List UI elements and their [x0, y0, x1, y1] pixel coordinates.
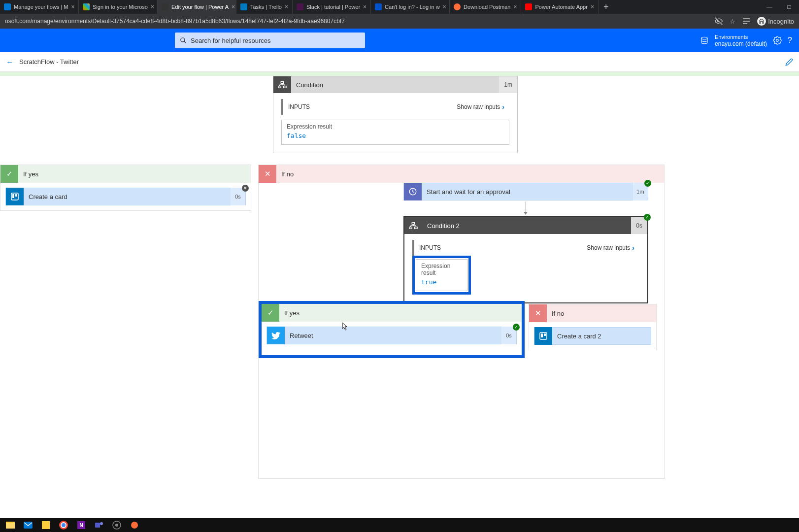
app-header: Search for helpful resources Environment…: [0, 29, 799, 52]
create-card-2-action[interactable]: Create a card 2: [534, 327, 651, 345]
if-no-branch-1[interactable]: ✕ If no Start and wait for an approval 1…: [258, 165, 665, 479]
teams-icon[interactable]: [92, 519, 106, 531]
star-icon[interactable]: ☆: [730, 18, 735, 25]
svg-point-38: [100, 522, 103, 525]
if-yes-branch-2[interactable]: ✓ If yes Retweet 0s ✓: [259, 301, 525, 358]
flow-canvas[interactable]: Condition 1m INPUTS Show raw inputs › Ex…: [0, 76, 799, 518]
svg-rect-7: [281, 82, 283, 84]
if-no-branch-2[interactable]: ✕ If no Create a card 2: [529, 304, 657, 350]
tab-manage-flows[interactable]: Manage your flows | M ×: [0, 0, 79, 14]
svg-point-5: [701, 37, 707, 39]
back-button[interactable]: ←: [6, 58, 13, 66]
close-icon[interactable]: ×: [151, 3, 154, 10]
tab-label: Slack | tutorial | Power: [306, 4, 360, 10]
condition-title: Condition 2: [422, 222, 631, 230]
app-icon[interactable]: [127, 519, 142, 531]
flow-name: ScratchFlow - Twitter: [19, 58, 79, 66]
search-placeholder: Search for helpful resources: [191, 37, 271, 44]
condition-icon: [273, 76, 291, 93]
close-icon[interactable]: ×: [513, 3, 517, 10]
svg-rect-20: [415, 227, 417, 229]
close-icon[interactable]: ×: [71, 3, 74, 10]
status-badge-ok: ✓: [513, 324, 520, 331]
svg-point-6: [776, 39, 779, 42]
chrome-icon[interactable]: [56, 519, 71, 531]
url-text[interactable]: osoft.com/manage/environments/Default-37…: [5, 18, 715, 25]
svg-rect-9: [284, 86, 286, 88]
tab-slack[interactable]: Slack | tutorial | Power ×: [293, 0, 371, 14]
svg-rect-15: [12, 194, 14, 198]
action-title: Create a card 2: [552, 332, 651, 340]
address-bar: osoft.com/manage/environments/Default-37…: [0, 14, 799, 29]
close-icon[interactable]: ×: [363, 3, 366, 10]
svg-rect-16: [15, 194, 17, 197]
status-badge-ok: ✓: [644, 180, 651, 187]
tab-trello[interactable]: Tasks | Trello ×: [236, 0, 293, 14]
retweet-action[interactable]: Retweet 0s ✓: [266, 327, 517, 344]
inputs-label: INPUTS: [288, 103, 310, 110]
incognito-indicator[interactable]: Incognito: [757, 17, 794, 26]
incognito-icon: [757, 17, 766, 26]
environment-icon[interactable]: [700, 36, 709, 45]
show-raw-inputs-link[interactable]: Show raw inputs ›: [587, 244, 634, 252]
close-icon[interactable]: ×: [232, 3, 235, 10]
svg-point-41: [131, 522, 138, 529]
svg-rect-8: [278, 86, 281, 88]
action-title: Create a card: [24, 193, 231, 200]
show-raw-inputs-link[interactable]: Show raw inputs ›: [457, 103, 504, 111]
branch-title: If yes: [279, 309, 304, 317]
condition-1-card[interactable]: Condition 1m INPUTS Show raw inputs › Ex…: [273, 76, 518, 153]
maximize-button[interactable]: □: [779, 3, 799, 10]
search-icon: [180, 37, 187, 44]
close-icon[interactable]: ×: [285, 3, 288, 10]
twitter-icon: [267, 327, 285, 344]
branch-title: If no: [547, 310, 569, 317]
inputs-label: INPUTS: [419, 244, 441, 251]
arrow-down-icon: [526, 201, 526, 212]
svg-rect-30: [24, 522, 33, 529]
file-explorer-icon[interactable]: [3, 519, 18, 531]
close-icon[interactable]: ×: [591, 3, 594, 10]
svg-rect-29: [6, 523, 15, 529]
tab-postman[interactable]: Download Postman ×: [450, 0, 521, 14]
environment-selector[interactable]: Environments enayu.com (default): [715, 34, 767, 47]
action-title: Start and wait for an approval: [422, 188, 633, 196]
gear-icon[interactable]: [773, 36, 782, 45]
expression-value: true: [421, 278, 462, 286]
edit-icon[interactable]: [785, 58, 793, 66]
svg-rect-31: [42, 521, 50, 529]
taskbar[interactable]: N: [0, 518, 799, 532]
onenote-icon[interactable]: N: [74, 519, 89, 531]
eye-off-icon[interactable]: [715, 17, 723, 25]
search-input[interactable]: Search for helpful resources: [175, 33, 365, 48]
status-badge-ok: ✓: [644, 214, 651, 221]
expression-label: Expression result: [287, 123, 504, 130]
window-controls: — □: [760, 3, 799, 10]
close-icon[interactable]: ×: [443, 3, 446, 10]
approval-icon: [404, 183, 422, 200]
tab-youtube[interactable]: Power Automate Appr ×: [521, 0, 598, 14]
approval-action[interactable]: Start and wait for an approval 1m ✓: [403, 183, 648, 200]
help-icon[interactable]: ?: [788, 36, 792, 45]
tab-signin[interactable]: Sign in to your Microso ×: [79, 0, 158, 14]
notes-icon[interactable]: [38, 519, 53, 531]
if-yes-branch-1[interactable]: ✓ If yes Create a card 0s ✕: [0, 165, 251, 211]
obs-icon[interactable]: [109, 519, 124, 531]
condition-title: Condition: [291, 81, 499, 89]
new-tab-button[interactable]: +: [599, 2, 614, 12]
condition-2-card[interactable]: Condition 2 0s ✓ INPUTS Show raw inputs …: [403, 216, 648, 303]
mail-icon[interactable]: [21, 519, 35, 531]
tab-edit-flow[interactable]: Edit your flow | Power A ×: [158, 0, 236, 14]
create-card-action[interactable]: Create a card 0s ✕: [5, 188, 246, 205]
minimize-button[interactable]: —: [760, 3, 779, 10]
reading-list-icon[interactable]: [742, 18, 750, 25]
chevron-right-icon: ›: [632, 244, 634, 252]
tab-atlassian[interactable]: Can't log in? - Log in w ×: [371, 0, 450, 14]
tab-label: Manage your flows | M: [14, 4, 68, 10]
svg-point-34: [62, 523, 66, 527]
svg-text:N: N: [79, 523, 83, 528]
status-badge-skip: ✕: [242, 185, 249, 192]
condition-icon: [404, 217, 422, 234]
svg-point-40: [115, 524, 118, 527]
action-title: Retweet: [285, 332, 501, 339]
